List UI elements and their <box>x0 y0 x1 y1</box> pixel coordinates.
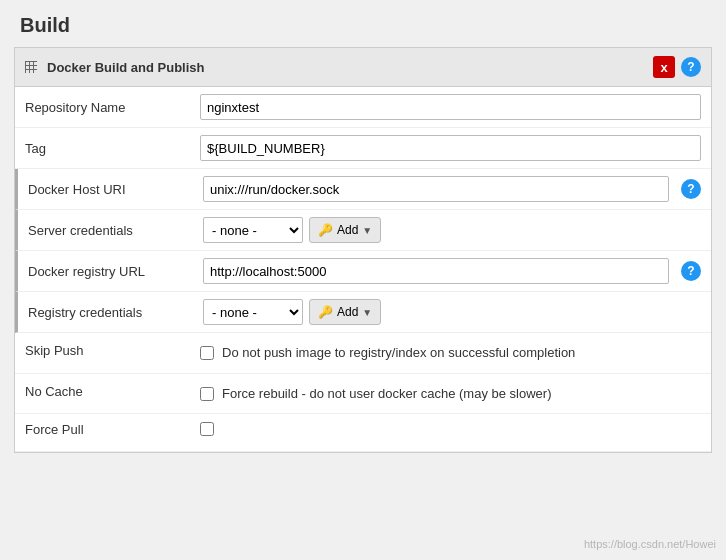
registry-credentials-label: Registry credentials <box>28 305 203 320</box>
no-cache-label: No Cache <box>25 384 200 399</box>
docker-build-panel: Docker Build and Publish x ? Repository … <box>14 47 712 453</box>
docker-host-uri-control: ? <box>203 176 701 202</box>
docker-host-uri-input[interactable] <box>203 176 669 202</box>
docker-registry-url-row: Docker registry URL ? <box>15 251 711 292</box>
tag-input[interactable] <box>200 135 701 161</box>
docker-registry-url-input[interactable] <box>203 258 669 284</box>
server-credentials-label: Server credentials <box>28 223 203 238</box>
panel-help-button[interactable]: ? <box>681 57 701 77</box>
force-pull-checkbox[interactable] <box>200 422 214 436</box>
docker-host-uri-help-button[interactable]: ? <box>681 179 701 199</box>
skip-push-label: Skip Push <box>25 343 200 358</box>
panel-title: Docker Build and Publish <box>47 60 647 75</box>
force-pull-label: Force Pull <box>25 422 200 437</box>
watermark: https://blog.csdn.net/Howei <box>584 538 716 550</box>
grid-icon <box>25 61 37 73</box>
panel-header: Docker Build and Publish x ? <box>15 48 711 87</box>
no-cache-description: Force rebuild - do not user docker cache… <box>222 384 551 404</box>
skip-push-description: Do not push image to registry/index on s… <box>222 343 575 363</box>
docker-registry-url-control: ? <box>203 258 701 284</box>
tag-row: Tag <box>15 128 711 169</box>
registry-credentials-add-label: Add <box>337 305 358 319</box>
server-credentials-control: - none - 🔑 Add ▼ <box>203 217 701 243</box>
repository-name-input[interactable] <box>200 94 701 120</box>
page-title: Build <box>0 0 726 47</box>
server-credentials-add-dropdown-icon: ▼ <box>362 225 372 236</box>
force-pull-row: Force Pull <box>15 414 711 452</box>
repository-name-control <box>200 94 701 120</box>
registry-credentials-control: - none - 🔑 Add ▼ <box>203 299 701 325</box>
no-cache-control: Force rebuild - do not user docker cache… <box>200 384 701 404</box>
no-cache-checkbox[interactable] <box>200 387 214 401</box>
docker-host-uri-row: Docker Host URI ? <box>15 169 711 210</box>
skip-push-control: Do not push image to registry/index on s… <box>200 343 701 363</box>
repository-name-label: Repository Name <box>25 100 200 115</box>
repository-name-row: Repository Name <box>15 87 711 128</box>
docker-registry-url-label: Docker registry URL <box>28 264 203 279</box>
tag-control <box>200 135 701 161</box>
registry-credentials-row: Registry credentials - none - 🔑 Add ▼ <box>15 292 711 333</box>
skip-push-checkbox[interactable] <box>200 346 214 360</box>
server-credentials-row: Server credentials - none - 🔑 Add ▼ <box>15 210 711 251</box>
registry-credentials-add-dropdown-icon: ▼ <box>362 307 372 318</box>
no-cache-row: No Cache Force rebuild - do not user doc… <box>15 374 711 415</box>
force-pull-control <box>200 422 701 436</box>
skip-push-row: Skip Push Do not push image to registry/… <box>15 333 711 374</box>
server-credentials-add-label: Add <box>337 223 358 237</box>
docker-registry-url-help-button[interactable]: ? <box>681 261 701 281</box>
form-body: Repository Name Tag Docker Host URI ? Se… <box>15 87 711 452</box>
close-button[interactable]: x <box>653 56 675 78</box>
docker-host-uri-label: Docker Host URI <box>28 182 203 197</box>
key-icon: 🔑 <box>318 223 333 237</box>
registry-key-icon: 🔑 <box>318 305 333 319</box>
server-credentials-add-button[interactable]: 🔑 Add ▼ <box>309 217 381 243</box>
tag-label: Tag <box>25 141 200 156</box>
registry-credentials-add-button[interactable]: 🔑 Add ▼ <box>309 299 381 325</box>
registry-credentials-select[interactable]: - none - <box>203 299 303 325</box>
server-credentials-select[interactable]: - none - <box>203 217 303 243</box>
panel-header-actions: x ? <box>653 56 701 78</box>
